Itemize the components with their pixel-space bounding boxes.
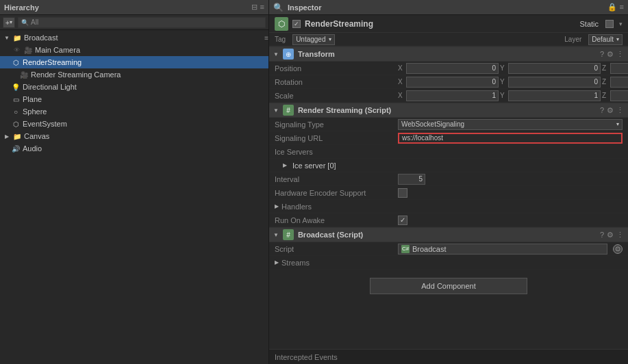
position-y-input[interactable]: [508, 63, 601, 74]
ice-server-sub-label: Ice server [0]: [292, 161, 336, 170]
broadcast-section-header[interactable]: ▼ # Broadcast (Script) ? ⚙ ⋮: [269, 227, 628, 242]
handlers-row: ▶ Handlers: [269, 200, 628, 213]
signaling-url-row: Signaling URL: [269, 131, 628, 145]
ice-server-expand-icon[interactable]: ▶: [283, 162, 291, 168]
hierarchy-item-render-streaming[interactable]: ⬡ RenderStreaming: [0, 56, 268, 68]
interval-input[interactable]: [398, 174, 425, 185]
add-component-area: Add Component: [269, 270, 628, 302]
hardware-encoder-checkbox[interactable]: [398, 188, 407, 198]
signaling-type-row: Signaling Type WebSocketSignaling ▾: [269, 118, 628, 131]
transform-section-header[interactable]: ▼ ⊕ Transform ? ⚙ ⋮: [269, 47, 628, 62]
rotation-x-input[interactable]: [406, 77, 499, 88]
hierarchy-item-sphere[interactable]: ○ Sphere: [0, 105, 268, 118]
transform-menu-icon[interactable]: ⋮: [616, 50, 624, 59]
scale-x-input[interactable]: [406, 90, 499, 101]
hierarchy-item-event-system[interactable]: ⬡ EventSystem: [0, 118, 268, 130]
sphere-label: Sphere: [23, 107, 47, 116]
hardware-encoder-row: Hardware Encoder Support: [269, 186, 628, 200]
script-name: Broadcast: [412, 245, 447, 253]
render-streaming-section-header[interactable]: ▼ # Render Streaming (Script) ? ⚙ ⋮: [269, 103, 628, 118]
run-on-awake-checkbox[interactable]: [398, 216, 407, 225]
hierarchy-item-main-camera[interactable]: 👁 🎥 Main Camera: [0, 44, 268, 56]
broadcast-help-icon[interactable]: ?: [600, 231, 604, 239]
rs-menu-icon[interactable]: ⋮: [616, 106, 624, 115]
transform-settings-icon[interactable]: ⚙: [607, 50, 614, 59]
eye-icon-main-camera: 👁: [11, 47, 22, 53]
signaling-url-input[interactable]: [398, 133, 623, 144]
inspector-lock-icon[interactable]: 🔒: [607, 3, 617, 12]
signaling-url-value: [398, 133, 623, 144]
hierarchy-item-directional-light[interactable]: 💡 Directional Light: [0, 81, 268, 93]
script-ref-icon: C#: [401, 245, 410, 253]
rotation-xyz: X Y Z: [398, 77, 628, 88]
static-checkbox[interactable]: [605, 20, 614, 28]
run-on-awake-value: [398, 216, 623, 225]
hierarchy-menu-icon[interactable]: ≡: [260, 3, 264, 12]
scale-x-label: X: [398, 92, 405, 99]
streams-label: Streams: [281, 259, 310, 267]
interval-label: Interval: [275, 175, 398, 183]
tag-dropdown-arrow: ▾: [329, 36, 331, 42]
scale-y-input[interactable]: [508, 90, 601, 101]
hierarchy-item-plane[interactable]: ▭ Plane: [0, 93, 268, 105]
tag-layer-row: Tag Untagged ▾ Layer Default ▾: [269, 33, 628, 47]
hierarchy-title: Hierarchy: [4, 3, 39, 12]
scale-y-field: Y: [500, 90, 601, 101]
scale-xyz: X Y Z: [398, 90, 628, 101]
search-placeholder: All: [31, 18, 38, 26]
hierarchy-item-rs-camera[interactable]: 🎥 Render Streaming Camera: [0, 68, 268, 81]
rotation-x-label: X: [398, 78, 405, 86]
broadcast-menu-icon[interactable]: ⋮: [616, 231, 624, 239]
rs-script-title: Render Streaming (Script): [298, 106, 596, 114]
transform-help-icon[interactable]: ?: [600, 50, 604, 59]
layer-dropdown[interactable]: Default ▾: [588, 34, 623, 45]
script-pick-button[interactable]: ⊙: [613, 244, 623, 254]
rs-settings-icon[interactable]: ⚙: [607, 106, 614, 115]
hierarchy-header-icons: ⊟ ≡: [251, 3, 264, 12]
layer-label: Layer: [564, 36, 581, 43]
position-z-input[interactable]: [610, 63, 628, 74]
transform-section-icons: ? ⚙ ⋮: [600, 50, 624, 59]
rotation-z-input[interactable]: [610, 77, 628, 88]
scale-z-field: Z: [602, 90, 628, 101]
position-y-label: Y: [500, 64, 507, 72]
position-value: X Y Z: [398, 63, 628, 74]
signaling-type-select[interactable]: WebSocketSignaling ▾: [398, 119, 623, 130]
ice-server-sub-row: ▶ Ice server [0]: [269, 159, 628, 172]
broadcast-settings-icon[interactable]: ⚙: [607, 231, 614, 239]
add-component-button[interactable]: Add Component: [370, 278, 527, 294]
static-dropdown-icon[interactable]: ▾: [619, 21, 623, 27]
position-label: Position: [275, 64, 398, 73]
position-xyz: X Y Z: [398, 63, 628, 74]
add-hierarchy-button[interactable]: + ▾: [3, 17, 15, 28]
component-top-bar: ⬡ RenderStreaming Static ▾: [269, 15, 628, 33]
rotation-y-field: Y: [500, 77, 601, 88]
hierarchy-search[interactable]: 🔍 All: [18, 17, 266, 28]
signaling-type-label: Signaling Type: [275, 120, 398, 129]
broadcast-expand-icon: ▼: [3, 34, 11, 42]
rs-help-icon[interactable]: ?: [600, 106, 604, 115]
handlers-expand-icon[interactable]: ▶: [275, 203, 279, 209]
intercepted-events-bar: Intercepted Events: [269, 349, 628, 364]
plane-icon: ▭: [11, 94, 21, 104]
scale-row: Scale X Y Z: [269, 89, 628, 103]
position-row: Position X Y Z: [269, 62, 628, 75]
hierarchy-item-broadcast[interactable]: ▼ 📁 Broadcast ≡: [0, 31, 268, 44]
scale-z-input[interactable]: [610, 90, 628, 101]
streams-expand-icon[interactable]: ▶: [275, 259, 279, 265]
hierarchy-item-canvas[interactable]: ▶ 📁 Canvas: [0, 130, 268, 142]
inspector-menu-icon[interactable]: ≡: [620, 3, 624, 12]
hierarchy-item-audio[interactable]: 🔊 Audio: [0, 142, 268, 155]
hierarchy-lock-icon[interactable]: ⊟: [251, 3, 258, 12]
plane-label: Plane: [23, 95, 42, 103]
position-x-input[interactable]: [406, 63, 499, 74]
component-enable-checkbox[interactable]: [292, 20, 301, 28]
interval-value: [398, 174, 623, 185]
rs-script-icon: #: [283, 105, 294, 116]
broadcast-menu-icon[interactable]: ≡: [264, 34, 268, 42]
rotation-row: Rotation X Y Z: [269, 75, 628, 89]
rotation-y-input[interactable]: [508, 77, 601, 88]
position-y-field: Y: [500, 63, 601, 74]
broadcast-folder-icon: 📁: [12, 33, 22, 42]
tag-dropdown[interactable]: Untagged ▾: [292, 34, 334, 45]
